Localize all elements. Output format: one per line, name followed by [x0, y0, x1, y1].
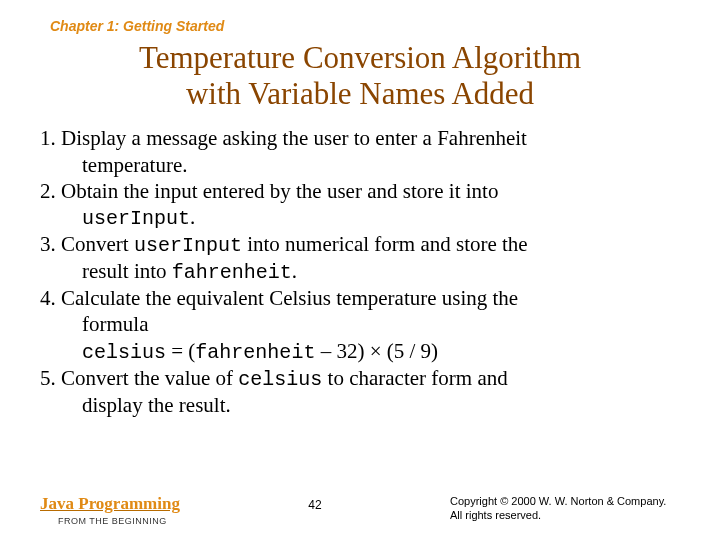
book-title: Java Programming — [40, 494, 180, 514]
step-1: 1. Display a message asking the user to … — [40, 125, 680, 151]
footer: Java Programming FROM THE BEGINNING 42 C… — [40, 494, 680, 526]
step-3b-tail: . — [292, 259, 297, 283]
step-4: 4. Calculate the equivalent Celsius temp… — [40, 285, 680, 311]
step-5: 5. Convert the value of celsius to chara… — [40, 365, 680, 392]
code-celsius-2: celsius — [238, 368, 322, 391]
step-4-cont: formula — [40, 311, 680, 337]
formula-rest: – 32) × (5 / 9) — [315, 339, 438, 363]
book-subtitle: FROM THE BEGINNING — [58, 516, 167, 526]
slide-title: Temperature Conversion Algorithm with Va… — [40, 40, 680, 111]
step-3-post: into numerical form and store the — [242, 232, 528, 256]
step-5-cont: display the result. — [40, 392, 680, 418]
chapter-label: Chapter 1: Getting Started — [50, 18, 680, 34]
step-2: 2. Obtain the input entered by the user … — [40, 178, 680, 204]
step-3b-pre: result into — [82, 259, 172, 283]
book-block: Java Programming FROM THE BEGINNING — [40, 494, 180, 526]
step-2-cont: userInput. — [40, 204, 680, 231]
step-3-pre: 3. Convert — [40, 232, 134, 256]
step-3: 3. Convert userInput into numerical form… — [40, 231, 680, 258]
title-line-1: Temperature Conversion Algorithm — [139, 40, 581, 75]
step-4-line-1: 4. Calculate the equivalent Celsius temp… — [40, 286, 518, 310]
copyright: Copyright © 2000 W. W. Norton & Company.… — [450, 494, 680, 523]
step-2-line-1: 2. Obtain the input entered by the user … — [40, 179, 498, 203]
code-userinput-2: userInput — [134, 234, 242, 257]
copyright-line-2: All rights reserved. — [450, 509, 541, 521]
step-3-cont: result into fahrenheit. — [40, 258, 680, 285]
step-5-pre: 5. Convert the value of — [40, 366, 238, 390]
step-1-line-1: 1. Display a message asking the user to … — [40, 126, 527, 150]
page-number: 42 — [308, 498, 321, 512]
code-fahrenheit-2: fahrenheit — [195, 341, 315, 364]
code-fahrenheit: fahrenheit — [172, 261, 292, 284]
code-celsius: celsius — [82, 341, 166, 364]
step-4-formula: celsius = (fahrenheit – 32) × (5 / 9) — [40, 338, 680, 365]
code-userinput: userInput — [82, 207, 190, 230]
title-line-2: with Variable Names Added — [186, 76, 534, 111]
step-1-cont: temperature. — [40, 152, 680, 178]
step-2-tail: . — [190, 205, 195, 229]
algorithm-steps: 1. Display a message asking the user to … — [40, 125, 680, 418]
copyright-line-1: Copyright © 2000 W. W. Norton & Company. — [450, 495, 666, 507]
step-5-post: to character form and — [322, 366, 507, 390]
formula-eq-open: = ( — [166, 339, 195, 363]
